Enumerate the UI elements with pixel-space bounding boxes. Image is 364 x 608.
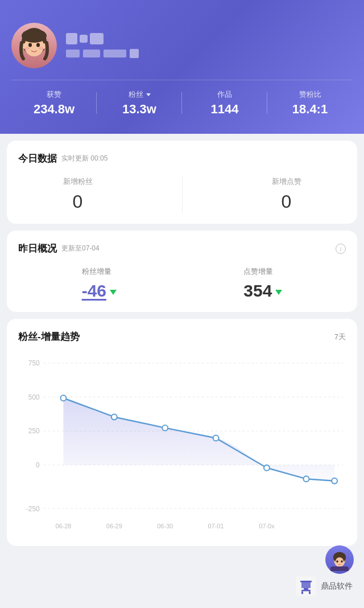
svg-text:-250: -250 (26, 505, 40, 513)
svg-point-5 (28, 43, 32, 47)
yesterday-update-text: 更新至07-04 (61, 244, 100, 253)
svg-rect-33 (301, 582, 311, 588)
chart-title: 粉丝-增量趋势 (18, 330, 80, 343)
stat-ratio-value: 18.4:1 (292, 102, 328, 117)
today-data-card: 今日数据 实时更新 00:05 新增粉丝 0 新增点赞 0 (7, 141, 357, 224)
info-icon: i (336, 244, 346, 254)
svg-text:06-30: 06-30 (157, 523, 173, 529)
today-new-fans-label: 新增粉丝 (63, 176, 93, 187)
svg-point-42 (341, 560, 342, 562)
svg-rect-32 (300, 581, 312, 582)
svg-text:07-0x: 07-0x (259, 523, 275, 529)
yesterday-title-row: 昨日概况 更新至07-04 i (18, 242, 346, 255)
svg-point-24 (304, 476, 309, 482)
today-title: 今日数据 (18, 152, 57, 165)
svg-point-20 (111, 414, 117, 420)
fans-dropdown-icon (146, 93, 151, 96)
today-new-likes-value: 0 (282, 191, 292, 212)
today-new-likes: 新增点赞 0 (272, 176, 301, 212)
profile-section: 获赞 234.8w 粉丝 13.3w 作品 1144 赞粉比 18.4:1 (0, 0, 364, 134)
char-avatar-icon (325, 545, 354, 574)
stat-works-label: 作品 (217, 89, 232, 100)
fans-trend-down-icon (110, 290, 117, 295)
profile-top (11, 23, 353, 68)
today-stats: 新增粉丝 0 新增点赞 0 (18, 176, 346, 212)
watermark-logo-icon (296, 576, 316, 597)
svg-point-7 (25, 47, 30, 50)
stat-likes-label: 获赞 (47, 89, 61, 100)
svg-rect-43 (330, 566, 349, 571)
svg-text:07-01: 07-01 (208, 523, 224, 529)
stat-ratio: 赞粉比 18.4:1 (267, 89, 353, 117)
svg-rect-35 (301, 590, 311, 591)
svg-text:500: 500 (28, 393, 40, 401)
yesterday-likes-value: 354 (243, 281, 272, 301)
yesterday-data-card: 昨日概况 更新至07-04 i 粉丝增量 -46 点赞增量 354 (7, 231, 357, 312)
profile-info (66, 33, 353, 58)
today-new-fans-value: 0 (73, 191, 83, 212)
svg-rect-37 (309, 591, 311, 594)
yesterday-likes-label: 点赞增量 (243, 266, 273, 277)
stat-ratio-label: 赞粉比 (299, 89, 321, 100)
today-divider (182, 176, 183, 212)
avatar (11, 23, 57, 68)
likes-trend-down-icon (275, 290, 282, 295)
yesterday-likes-value-row: 354 (243, 281, 282, 301)
chart-days-label: 7天 (334, 332, 346, 342)
svg-point-23 (264, 465, 270, 471)
yesterday-fans-increase: 粉丝增量 -46 (71, 266, 128, 301)
svg-text:0: 0 (36, 461, 40, 469)
chart-card: 粉丝-增量趋势 7天 750 500 250 0 -250 (7, 319, 357, 546)
svg-text:06-28: 06-28 (55, 523, 71, 529)
svg-point-6 (36, 43, 40, 47)
svg-rect-34 (304, 588, 308, 590)
svg-text:250: 250 (28, 427, 40, 435)
svg-point-22 (213, 436, 219, 441)
today-new-fans: 新增粉丝 0 (63, 176, 93, 212)
yesterday-fans-value-row: -46 (82, 281, 117, 301)
svg-point-25 (332, 478, 337, 484)
stat-likes-value: 234.8w (34, 102, 75, 117)
stat-works: 作品 1144 (182, 89, 267, 117)
svg-point-21 (162, 425, 168, 431)
yesterday-title: 昨日概况 (18, 242, 57, 255)
yesterday-fans-value: -46 (82, 281, 106, 301)
svg-point-41 (336, 560, 338, 562)
watermark-text: 鼎品软件 (321, 581, 353, 591)
stat-likes: 获赞 234.8w (11, 89, 97, 117)
yesterday-stats: 粉丝增量 -46 点赞增量 354 (18, 266, 346, 301)
stat-fans-label: 粉丝 (129, 89, 151, 100)
stats-row: 获赞 234.8w 粉丝 13.3w 作品 1144 赞粉比 18.4:1 (11, 80, 353, 117)
svg-point-19 (60, 395, 66, 401)
chart-area: 750 500 250 0 -250 (18, 352, 346, 535)
svg-rect-36 (301, 591, 303, 594)
svg-text:750: 750 (28, 359, 40, 367)
watermark: 鼎品软件 (296, 576, 353, 597)
today-new-likes-label: 新增点赞 (272, 176, 301, 187)
profile-name-row (66, 33, 353, 44)
yesterday-fans-label: 粉丝增量 (82, 266, 111, 277)
svg-point-8 (39, 47, 43, 50)
profile-id-row (66, 49, 353, 58)
svg-text:06-29: 06-29 (106, 523, 122, 529)
stat-fans-value: 13.3w (122, 102, 156, 117)
stat-works-value: 1144 (211, 102, 239, 117)
stat-fans[interactable]: 粉丝 13.3w (97, 89, 182, 117)
today-update-text: 实时更新 00:05 (61, 154, 107, 163)
chart-header: 粉丝-增量趋势 7天 (18, 330, 346, 343)
today-title-row: 今日数据 实时更新 00:05 (18, 152, 346, 165)
yesterday-likes-increase: 点赞增量 354 (232, 266, 293, 301)
